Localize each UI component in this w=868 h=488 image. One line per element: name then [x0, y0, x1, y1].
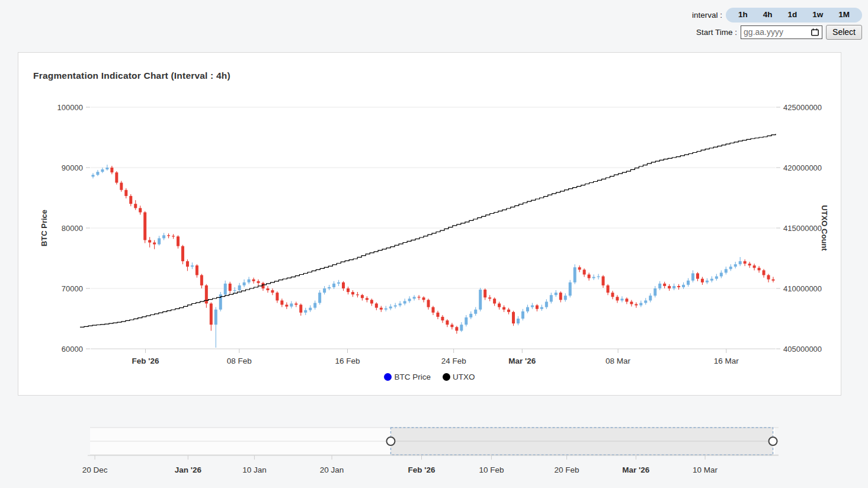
- chart-controls: interval : 1h4h1d1w1M Start Time : Selec…: [692, 8, 862, 40]
- navigator-selection[interactable]: [390, 428, 773, 455]
- svg-text:10 Feb: 10 Feb: [479, 465, 504, 474]
- legend-label: BTC Price: [394, 373, 431, 381]
- chart-legend: BTC PriceUTXO: [18, 373, 841, 381]
- page: { "page": {"background": "#f5f6f7"}, "co…: [0, 0, 868, 488]
- svg-text:425000000: 425000000: [783, 103, 822, 112]
- legend-label: UTXO: [453, 373, 475, 381]
- svg-text:20 Dec: 20 Dec: [82, 465, 108, 474]
- navigator-handle-left[interactable]: [386, 437, 395, 445]
- interval-button-group: 1h4h1d1w1M: [726, 8, 862, 23]
- svg-text:08 Feb: 08 Feb: [227, 357, 252, 365]
- interval-label: interval :: [692, 11, 722, 20]
- svg-text:Jan '26: Jan '26: [175, 465, 202, 474]
- interval-row: interval : 1h4h1d1w1M: [692, 8, 862, 23]
- chart-card: Fragmentation Indicator Chart (Interval …: [18, 52, 841, 396]
- svg-text:10 Mar: 10 Mar: [693, 465, 718, 474]
- interval-button-1M[interactable]: 1M: [831, 9, 857, 21]
- svg-text:405000000: 405000000: [783, 345, 822, 354]
- navigator-handle-right[interactable]: [769, 437, 777, 445]
- svg-text:10 Jan: 10 Jan: [242, 465, 267, 474]
- svg-text:Feb '26: Feb '26: [132, 357, 159, 365]
- interval-button-4h[interactable]: 4h: [755, 9, 780, 21]
- legend-marker: [443, 373, 450, 381]
- interval-button-1w[interactable]: 1w: [805, 9, 831, 21]
- svg-text:415000000: 415000000: [783, 224, 822, 233]
- svg-text:24 Feb: 24 Feb: [441, 357, 466, 365]
- start-time-row: Start Time : Select: [696, 25, 862, 40]
- start-time-input[interactable]: [744, 27, 811, 37]
- svg-text:08 Mar: 08 Mar: [606, 357, 631, 365]
- svg-text:20 Jan: 20 Jan: [320, 465, 344, 474]
- legend-item-btc-price[interactable]: BTC Price: [384, 373, 431, 381]
- svg-text:16 Feb: 16 Feb: [335, 357, 360, 365]
- left-axis-title: BTC Price: [40, 210, 49, 246]
- svg-text:420000000: 420000000: [783, 163, 822, 172]
- svg-text:Mar '26: Mar '26: [622, 465, 649, 474]
- right-axis-title: UTXO Count: [820, 205, 829, 251]
- svg-text:100000: 100000: [57, 103, 83, 112]
- legend-marker: [384, 373, 392, 381]
- svg-text:70000: 70000: [62, 284, 83, 293]
- legend-item-utxo[interactable]: UTXO: [443, 373, 475, 381]
- svg-text:410000000: 410000000: [783, 284, 822, 293]
- start-time-label: Start Time :: [696, 28, 737, 37]
- svg-text:80000: 80000: [62, 224, 83, 233]
- interval-button-1h[interactable]: 1h: [731, 9, 755, 21]
- range-navigator: 20 DecJan '2610 Jan20 JanFeb '2610 Feb20…: [0, 418, 868, 488]
- svg-text:60000: 60000: [62, 345, 83, 354]
- svg-text:90000: 90000: [62, 163, 83, 172]
- select-button[interactable]: Select: [826, 25, 862, 40]
- interval-button-1d[interactable]: 1d: [780, 9, 805, 21]
- svg-text:Mar '26: Mar '26: [508, 357, 536, 365]
- candlestick-series: [91, 165, 774, 348]
- axes: 1000009000080000700006000042500000042000…: [40, 103, 829, 366]
- calendar-icon[interactable]: [811, 28, 819, 37]
- utxo-line-series: [80, 134, 776, 327]
- svg-text:Feb '26: Feb '26: [408, 465, 435, 474]
- start-time-field: [741, 25, 822, 39]
- svg-text:16 Mar: 16 Mar: [714, 357, 739, 365]
- main-chart: 1000009000080000700006000042500000042000…: [18, 53, 841, 395]
- svg-text:20 Feb: 20 Feb: [555, 465, 579, 474]
